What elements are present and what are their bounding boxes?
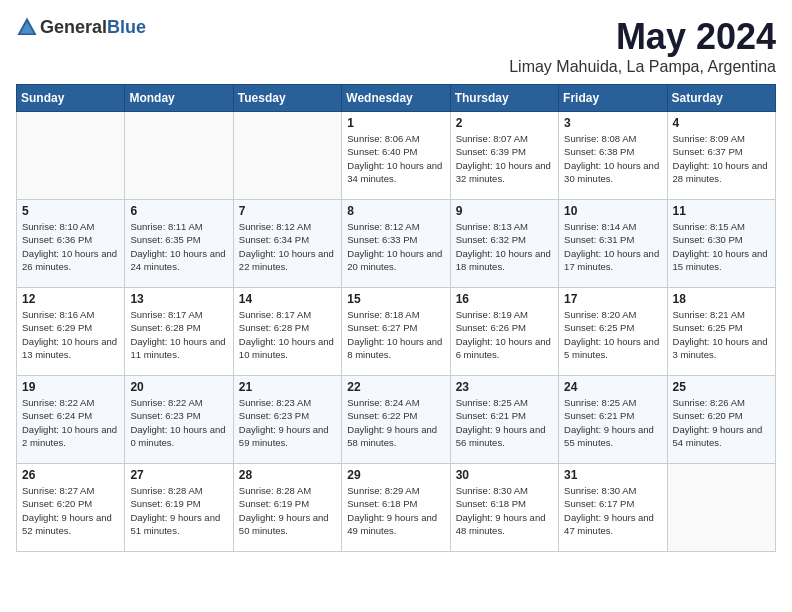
calendar-cell [233,112,341,200]
day-info: Sunrise: 8:12 AM Sunset: 6:33 PM Dayligh… [347,220,444,273]
day-number: 31 [564,468,661,482]
title-block: May 2024 Limay Mahuida, La Pampa, Argent… [509,16,776,76]
calendar-cell: 18Sunrise: 8:21 AM Sunset: 6:25 PM Dayli… [667,288,775,376]
week-row-5: 26Sunrise: 8:27 AM Sunset: 6:20 PM Dayli… [17,464,776,552]
calendar-cell: 9Sunrise: 8:13 AM Sunset: 6:32 PM Daylig… [450,200,558,288]
day-number: 18 [673,292,770,306]
calendar-cell: 27Sunrise: 8:28 AM Sunset: 6:19 PM Dayli… [125,464,233,552]
week-row-3: 12Sunrise: 8:16 AM Sunset: 6:29 PM Dayli… [17,288,776,376]
header-row: SundayMondayTuesdayWednesdayThursdayFrid… [17,85,776,112]
location-subtitle: Limay Mahuida, La Pampa, Argentina [509,58,776,76]
day-info: Sunrise: 8:11 AM Sunset: 6:35 PM Dayligh… [130,220,227,273]
calendar-cell: 21Sunrise: 8:23 AM Sunset: 6:23 PM Dayli… [233,376,341,464]
day-number: 1 [347,116,444,130]
calendar-cell: 24Sunrise: 8:25 AM Sunset: 6:21 PM Dayli… [559,376,667,464]
week-row-1: 1Sunrise: 8:06 AM Sunset: 6:40 PM Daylig… [17,112,776,200]
column-header-saturday: Saturday [667,85,775,112]
day-info: Sunrise: 8:12 AM Sunset: 6:34 PM Dayligh… [239,220,336,273]
calendar-cell: 1Sunrise: 8:06 AM Sunset: 6:40 PM Daylig… [342,112,450,200]
page-header: GeneralBlue May 2024 Limay Mahuida, La P… [16,16,776,76]
day-number: 15 [347,292,444,306]
logo-general-text: General [40,17,107,37]
day-number: 19 [22,380,119,394]
calendar-cell: 14Sunrise: 8:17 AM Sunset: 6:28 PM Dayli… [233,288,341,376]
column-header-tuesday: Tuesday [233,85,341,112]
day-info: Sunrise: 8:06 AM Sunset: 6:40 PM Dayligh… [347,132,444,185]
day-number: 22 [347,380,444,394]
day-info: Sunrise: 8:26 AM Sunset: 6:20 PM Dayligh… [673,396,770,449]
day-number: 7 [239,204,336,218]
day-number: 14 [239,292,336,306]
calendar-cell: 11Sunrise: 8:15 AM Sunset: 6:30 PM Dayli… [667,200,775,288]
calendar-cell: 12Sunrise: 8:16 AM Sunset: 6:29 PM Dayli… [17,288,125,376]
day-number: 28 [239,468,336,482]
column-header-friday: Friday [559,85,667,112]
calendar-cell: 17Sunrise: 8:20 AM Sunset: 6:25 PM Dayli… [559,288,667,376]
day-number: 10 [564,204,661,218]
day-info: Sunrise: 8:29 AM Sunset: 6:18 PM Dayligh… [347,484,444,537]
column-header-sunday: Sunday [17,85,125,112]
calendar-cell: 8Sunrise: 8:12 AM Sunset: 6:33 PM Daylig… [342,200,450,288]
day-info: Sunrise: 8:22 AM Sunset: 6:23 PM Dayligh… [130,396,227,449]
day-number: 21 [239,380,336,394]
day-number: 26 [22,468,119,482]
day-info: Sunrise: 8:07 AM Sunset: 6:39 PM Dayligh… [456,132,553,185]
day-info: Sunrise: 8:25 AM Sunset: 6:21 PM Dayligh… [564,396,661,449]
day-info: Sunrise: 8:14 AM Sunset: 6:31 PM Dayligh… [564,220,661,273]
day-number: 17 [564,292,661,306]
calendar-cell: 2Sunrise: 8:07 AM Sunset: 6:39 PM Daylig… [450,112,558,200]
day-info: Sunrise: 8:23 AM Sunset: 6:23 PM Dayligh… [239,396,336,449]
calendar-cell: 16Sunrise: 8:19 AM Sunset: 6:26 PM Dayli… [450,288,558,376]
day-info: Sunrise: 8:25 AM Sunset: 6:21 PM Dayligh… [456,396,553,449]
day-number: 11 [673,204,770,218]
day-number: 29 [347,468,444,482]
day-number: 13 [130,292,227,306]
column-header-thursday: Thursday [450,85,558,112]
day-number: 23 [456,380,553,394]
calendar-cell: 3Sunrise: 8:08 AM Sunset: 6:38 PM Daylig… [559,112,667,200]
day-info: Sunrise: 8:27 AM Sunset: 6:20 PM Dayligh… [22,484,119,537]
calendar-cell: 13Sunrise: 8:17 AM Sunset: 6:28 PM Dayli… [125,288,233,376]
calendar-cell [125,112,233,200]
day-info: Sunrise: 8:24 AM Sunset: 6:22 PM Dayligh… [347,396,444,449]
logo-icon [16,16,38,38]
day-number: 12 [22,292,119,306]
day-info: Sunrise: 8:28 AM Sunset: 6:19 PM Dayligh… [239,484,336,537]
day-info: Sunrise: 8:15 AM Sunset: 6:30 PM Dayligh… [673,220,770,273]
calendar-cell: 20Sunrise: 8:22 AM Sunset: 6:23 PM Dayli… [125,376,233,464]
week-row-4: 19Sunrise: 8:22 AM Sunset: 6:24 PM Dayli… [17,376,776,464]
day-info: Sunrise: 8:30 AM Sunset: 6:17 PM Dayligh… [564,484,661,537]
column-header-monday: Monday [125,85,233,112]
day-number: 25 [673,380,770,394]
calendar-cell: 25Sunrise: 8:26 AM Sunset: 6:20 PM Dayli… [667,376,775,464]
calendar-cell [667,464,775,552]
calendar-cell: 19Sunrise: 8:22 AM Sunset: 6:24 PM Dayli… [17,376,125,464]
day-number: 2 [456,116,553,130]
day-number: 16 [456,292,553,306]
calendar-cell: 29Sunrise: 8:29 AM Sunset: 6:18 PM Dayli… [342,464,450,552]
calendar-cell: 28Sunrise: 8:28 AM Sunset: 6:19 PM Dayli… [233,464,341,552]
calendar-cell: 31Sunrise: 8:30 AM Sunset: 6:17 PM Dayli… [559,464,667,552]
day-number: 24 [564,380,661,394]
column-header-wednesday: Wednesday [342,85,450,112]
day-number: 4 [673,116,770,130]
calendar-cell: 15Sunrise: 8:18 AM Sunset: 6:27 PM Dayli… [342,288,450,376]
calendar-table: SundayMondayTuesdayWednesdayThursdayFrid… [16,84,776,552]
calendar-cell: 26Sunrise: 8:27 AM Sunset: 6:20 PM Dayli… [17,464,125,552]
day-info: Sunrise: 8:17 AM Sunset: 6:28 PM Dayligh… [239,308,336,361]
day-info: Sunrise: 8:13 AM Sunset: 6:32 PM Dayligh… [456,220,553,273]
calendar-cell [17,112,125,200]
calendar-cell: 30Sunrise: 8:30 AM Sunset: 6:18 PM Dayli… [450,464,558,552]
calendar-cell: 22Sunrise: 8:24 AM Sunset: 6:22 PM Dayli… [342,376,450,464]
day-info: Sunrise: 8:28 AM Sunset: 6:19 PM Dayligh… [130,484,227,537]
day-number: 8 [347,204,444,218]
day-number: 30 [456,468,553,482]
day-number: 27 [130,468,227,482]
logo: GeneralBlue [16,16,146,38]
calendar-cell: 7Sunrise: 8:12 AM Sunset: 6:34 PM Daylig… [233,200,341,288]
day-number: 9 [456,204,553,218]
month-title: May 2024 [509,16,776,58]
day-info: Sunrise: 8:09 AM Sunset: 6:37 PM Dayligh… [673,132,770,185]
day-number: 5 [22,204,119,218]
day-info: Sunrise: 8:18 AM Sunset: 6:27 PM Dayligh… [347,308,444,361]
